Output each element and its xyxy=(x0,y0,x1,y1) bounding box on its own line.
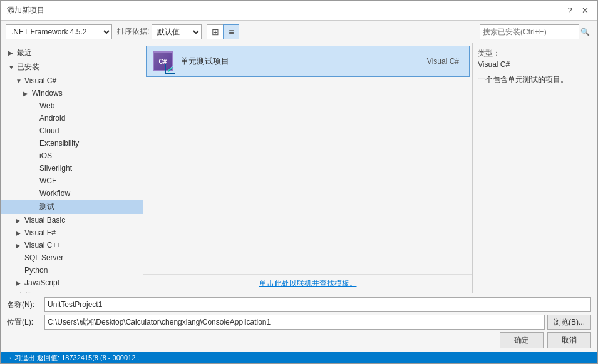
sidebar-label-installed: 已安装 xyxy=(17,62,39,73)
sort-select[interactable]: 默认值名称类型 xyxy=(152,24,202,39)
browse-button[interactable]: 浏览(B)... xyxy=(547,315,591,330)
sidebar-item-workflow[interactable]: Workflow xyxy=(1,187,143,200)
framework-select[interactable]: .NET Framework 4.5.2.NET Framework 4.0.N… xyxy=(6,24,112,39)
cancel-button[interactable]: 取消 xyxy=(547,332,591,348)
grid-view-button[interactable]: ⊞ xyxy=(207,24,223,39)
template-icon-unit-test: 🧪 xyxy=(152,50,174,73)
sidebar-label-extensibility: Extensibility xyxy=(39,139,79,148)
action-row: 确定 取消 xyxy=(7,332,591,348)
main-content: 最近已安装Visual C#WindowsWebAndroidCloudExte… xyxy=(1,43,597,293)
search-box: 🔍 xyxy=(480,24,592,39)
project-location-input[interactable] xyxy=(44,315,545,330)
bottom-area: 名称(N): 位置(L): 浏览(B)... 确定 取消 xyxy=(1,293,597,352)
sidebar-arrow-installed xyxy=(8,64,16,71)
sidebar-item-cloud[interactable]: Cloud xyxy=(1,124,143,137)
search-input[interactable] xyxy=(480,25,579,39)
help-button[interactable]: ? xyxy=(564,4,576,17)
add-new-project-dialog: 添加新项目 ? ✕ .NET Framework 4.5.2.NET Frame… xyxy=(0,0,598,364)
sidebar-label-sql-server: SQL Server xyxy=(24,253,63,262)
sidebar-arrow-visual-cpp xyxy=(16,242,23,249)
template-item-unit-test[interactable]: 🧪单元测试项目Visual C# xyxy=(146,46,470,77)
close-button[interactable]: ✕ xyxy=(579,4,591,17)
sidebar-item-extensibility[interactable]: Extensibility xyxy=(1,137,143,149)
sidebar-item-installed[interactable]: 已安装 xyxy=(1,60,143,74)
template-lang-unit-test: Visual C# xyxy=(427,57,459,66)
template-list: 🧪单元测试项目Visual C# xyxy=(143,43,472,274)
sidebar-label-windows: Windows xyxy=(32,89,63,98)
sidebar-arrow-recent xyxy=(8,49,16,56)
dialog-title: 添加新项目 xyxy=(7,5,44,16)
ok-button[interactable]: 确定 xyxy=(500,332,544,348)
sidebar-label-test: 测试 xyxy=(39,201,54,212)
description-text: 一个包含单元测试的项目。 xyxy=(478,74,592,85)
sidebar-label-visual-cs: Visual C# xyxy=(24,76,56,85)
sidebar-item-visual-fsharp[interactable]: Visual F# xyxy=(1,226,143,239)
list-view-button[interactable]: ≡ xyxy=(223,24,239,39)
sidebar-item-wcf[interactable]: WCF xyxy=(1,174,143,187)
sidebar-label-visual-cpp: Visual C++ xyxy=(24,241,61,250)
sidebar-arrow-visual-fsharp xyxy=(16,230,23,236)
name-row: 名称(N): xyxy=(7,297,591,312)
sidebar-item-android[interactable]: Android xyxy=(1,112,143,124)
sidebar-item-windows[interactable]: Windows xyxy=(1,87,143,99)
sidebar-label-python: Python xyxy=(24,266,48,275)
location-label: 位置(L): xyxy=(7,317,44,328)
sidebar-arrow-visual-basic xyxy=(16,217,23,224)
test-icon-overlay: 🧪 xyxy=(165,64,175,74)
location-row: 位置(L): 浏览(B)... xyxy=(7,315,591,330)
view-toggle: ⊞ ≡ xyxy=(207,24,239,39)
sidebar-item-visual-basic[interactable]: Visual Basic xyxy=(1,214,143,226)
title-controls: ? ✕ xyxy=(564,4,591,17)
sidebar-item-test[interactable]: 测试 xyxy=(1,200,143,214)
sidebar-item-python[interactable]: Python xyxy=(1,264,143,276)
toolbar: .NET Framework 4.5.2.NET Framework 4.0.N… xyxy=(1,21,597,43)
sort-label: 排序依据: xyxy=(117,26,149,37)
connect-link-row: 单击此处以联机并查找模板。 xyxy=(143,274,472,293)
template-name-unit-test: 单元测试项目 xyxy=(180,56,427,67)
sidebar-item-web[interactable]: Web xyxy=(1,99,143,112)
sidebar-label-wcf: WCF xyxy=(39,176,56,185)
sidebar-item-recent[interactable]: 最近 xyxy=(1,46,143,60)
search-icon[interactable]: 🔍 xyxy=(579,24,592,39)
name-label: 名称(N): xyxy=(7,300,44,310)
type-value: Visual C# xyxy=(478,60,592,69)
sidebar-label-workflow: Workflow xyxy=(39,189,70,198)
sidebar-label-visual-fsharp: Visual F# xyxy=(24,228,56,237)
sidebar-label-silverlight: Silverlight xyxy=(39,164,72,173)
sidebar-arrow-windows xyxy=(23,90,31,97)
sidebar: 最近已安装Visual C#WindowsWebAndroidCloudExte… xyxy=(1,43,143,293)
sidebar-item-ios[interactable]: iOS xyxy=(1,149,143,162)
sidebar-item-visual-cpp[interactable]: Visual C++ xyxy=(1,239,143,251)
sidebar-label-recent: 最近 xyxy=(17,48,32,58)
right-panel: 类型： Visual C# 一个包含单元测试的项目。 xyxy=(472,43,597,293)
sidebar-label-javascript: JavaScript xyxy=(24,278,59,287)
status-bar: → 习退出 返回值: 18732415(8 (8 - 000012 . xyxy=(1,352,597,363)
sidebar-label-cloud: Cloud xyxy=(39,126,59,135)
center-panel: 🧪单元测试项目Visual C# 单击此处以联机并查找模板。 xyxy=(143,43,472,293)
title-bar: 添加新项目 ? ✕ xyxy=(1,1,597,21)
project-name-input[interactable] xyxy=(44,297,591,312)
sidebar-label-visual-basic: Visual Basic xyxy=(24,216,65,225)
sidebar-label-web: Web xyxy=(39,101,54,110)
type-label: 类型： xyxy=(478,48,592,59)
sidebar-item-javascript[interactable]: JavaScript xyxy=(1,276,143,289)
sidebar-arrow-visual-cs xyxy=(16,78,23,84)
status-text: → 习退出 返回值: 18732415(8 (8 - 000012 . xyxy=(6,353,139,363)
sidebar-item-sql-server[interactable]: SQL Server xyxy=(1,251,143,264)
sidebar-item-visual-cs[interactable]: Visual C# xyxy=(1,74,143,87)
sidebar-label-ios: iOS xyxy=(39,151,52,160)
connect-link[interactable]: 单击此处以联机并查找模板。 xyxy=(259,279,357,288)
sidebar-arrow-javascript xyxy=(16,280,23,286)
sidebar-label-android: Android xyxy=(39,114,65,123)
sidebar-item-silverlight[interactable]: Silverlight xyxy=(1,162,143,174)
